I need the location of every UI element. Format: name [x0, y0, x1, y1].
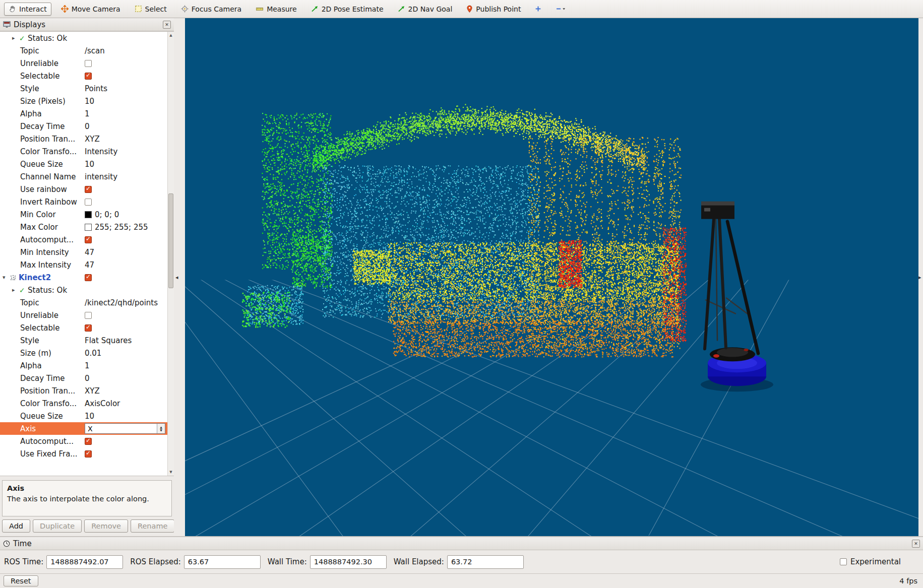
property-row-invert-rainbow[interactable]: Invert Rainbow [0, 195, 167, 208]
checkbox-autocomput[interactable] [85, 236, 92, 243]
scroll-up-button[interactable]: ▲ [168, 32, 174, 39]
property-row-use-fixed-fra[interactable]: Use Fixed Fra... [0, 447, 167, 460]
time-field-input-ros-elapsed[interactable]: 63.67 [184, 555, 261, 569]
collapse-right-icon[interactable]: ▸ [918, 274, 921, 281]
time-field-input-wall-elapsed[interactable]: 63.72 [447, 555, 524, 569]
property-label-text: Autocomput... [20, 437, 74, 446]
property-row-selectable[interactable]: Selectable [0, 321, 167, 334]
property-row-status-ok[interactable]: ▸✓Status: Ok [0, 284, 167, 296]
property-value-text: intensity [85, 172, 117, 181]
property-row-style[interactable]: StyleFlat Squares [0, 334, 167, 347]
tool-move-camera[interactable]: Move Camera [56, 3, 125, 16]
experimental-checkbox[interactable] [840, 558, 847, 565]
checkbox-autocomput[interactable] [85, 438, 92, 445]
property-row-status-ok[interactable]: ▸✓Status: Ok [0, 32, 167, 44]
color-swatch[interactable] [85, 224, 92, 231]
spinner-arrows-icon[interactable]: ▲▼ [157, 424, 165, 433]
property-row-min-intensity[interactable]: Min Intensity47 [0, 246, 167, 258]
collapse-left-icon[interactable]: ◂ [175, 274, 178, 281]
property-value-text: /kinect2/qhd/points [85, 298, 158, 307]
experimental-checkbox-group[interactable]: Experimental [840, 557, 901, 566]
panel-splitter[interactable]: ◂ [174, 18, 185, 536]
property-label-text: Queue Size [20, 412, 63, 421]
remove-button[interactable]: Remove [84, 519, 128, 533]
scrollbar-thumb[interactable] [168, 193, 173, 288]
checkbox-selectable[interactable] [85, 73, 92, 80]
property-row-position-tran[interactable]: Position Tran...XYZ [0, 384, 167, 397]
property-value-text: XYZ [85, 386, 100, 396]
add-button[interactable]: Add [2, 519, 30, 533]
checkbox-kinect2[interactable] [85, 274, 92, 281]
time-field-wall-elapsed: Wall Elapsed:63.72 [394, 555, 524, 569]
property-label-text: Unreliable [20, 59, 58, 68]
property-row-channel-name[interactable]: Channel Nameintensity [0, 170, 167, 183]
property-row-topic[interactable]: Topic/scan [0, 44, 167, 57]
tool-focus-camera[interactable]: Focus Camera [176, 3, 246, 16]
time-field-input-wall-time[interactable]: 1488887492.30 [310, 555, 387, 569]
color-swatch[interactable] [85, 211, 92, 218]
property-row-size-pixels[interactable]: Size (Pixels)10 [0, 95, 167, 107]
property-row-decay-time[interactable]: Decay Time0 [0, 372, 167, 384]
expander-open-icon[interactable]: ▾ [3, 274, 10, 281]
checkbox-unreliable[interactable] [85, 312, 92, 319]
property-row-position-tran[interactable]: Position Tran...XYZ [0, 133, 167, 145]
tool-add-tool[interactable] [530, 3, 546, 15]
property-row-kinect2[interactable]: ▾Kinect2 [0, 271, 167, 284]
right-panel-splitter[interactable]: ▸ [918, 18, 923, 536]
property-row-topic[interactable]: Topic/kinect2/qhd/points [0, 296, 167, 309]
property-row-selectable[interactable]: Selectable [0, 70, 167, 82]
property-row-max-color[interactable]: Max Color255; 255; 255 [0, 221, 167, 233]
property-row-min-color[interactable]: Min Color0; 0; 0 [0, 208, 167, 221]
time-field-label: ROS Time: [4, 557, 43, 566]
property-row-max-intensity[interactable]: Max Intensity47 [0, 258, 167, 271]
checkbox-invert-rainbow[interactable] [85, 199, 92, 206]
tool-2d-pose-estimate[interactable]: 2D Pose Estimate [306, 3, 388, 16]
checkbox-use-fixed-fra[interactable] [85, 450, 92, 458]
property-value-text: 255; 255; 255 [95, 223, 148, 232]
viewport-canvas[interactable] [185, 18, 918, 536]
rename-button[interactable]: Rename [131, 519, 174, 533]
property-row-color-transfo[interactable]: Color Transfo...Intensity [0, 145, 167, 158]
displays-scrollbar[interactable]: ▲ ▼ [167, 32, 174, 476]
reset-button[interactable]: Reset [4, 575, 38, 586]
displays-panel-close-button[interactable]: ✕ [163, 21, 171, 29]
tool-interact[interactable]: Interact [4, 3, 51, 16]
duplicate-button[interactable]: Duplicate [33, 519, 82, 533]
checkbox-selectable[interactable] [85, 324, 92, 332]
property-row-queue-size[interactable]: Queue Size10 [0, 158, 167, 170]
tool-2d-nav-goal[interactable]: 2D Nav Goal [393, 3, 457, 16]
property-row-alpha[interactable]: Alpha1 [0, 359, 167, 372]
axis-value-spinbox[interactable]: X▲▼ [85, 423, 165, 434]
property-label-text: Selectable [20, 323, 59, 333]
property-row-size-m[interactable]: Size (m)0.01 [0, 347, 167, 359]
3d-viewport[interactable] [185, 18, 918, 536]
time-field-value: 63.67 [188, 558, 209, 566]
time-panel-title: Time [13, 539, 32, 548]
property-row-decay-time[interactable]: Decay Time0 [0, 120, 167, 133]
property-row-queue-size[interactable]: Queue Size10 [0, 410, 167, 422]
time-field-input-ros-time[interactable]: 1488887492.07 [46, 555, 123, 569]
tool-remove-tool[interactable] [551, 3, 571, 15]
property-row-style[interactable]: StylePoints [0, 82, 167, 95]
property-label-text: Selectable [20, 72, 59, 81]
tool-publish-point[interactable]: Publish Point [462, 3, 525, 16]
checkbox-unreliable[interactable] [85, 60, 92, 67]
checkbox-use-rainbow[interactable] [85, 186, 92, 193]
property-row-autocomput[interactable]: Autocomput... [0, 233, 167, 246]
tool-measure[interactable]: Measure [251, 3, 301, 16]
expander-closed-icon[interactable]: ▸ [12, 287, 19, 293]
property-label-text: Color Transfo... [20, 147, 77, 156]
property-row-color-transfo[interactable]: Color Transfo...AxisColor [0, 397, 167, 410]
fps-counter: 4 fps [899, 577, 919, 585]
property-row-unreliable[interactable]: Unreliable [0, 57, 167, 70]
scroll-down-button[interactable]: ▼ [168, 469, 174, 476]
tool-select[interactable]: Select [130, 3, 171, 16]
property-row-alpha[interactable]: Alpha1 [0, 107, 167, 120]
property-row-use-rainbow[interactable]: Use rainbow [0, 183, 167, 195]
time-panel-close-button[interactable]: ✕ [912, 540, 920, 548]
property-row-autocomput[interactable]: Autocomput... [0, 435, 167, 447]
property-row-unreliable[interactable]: Unreliable [0, 309, 167, 321]
expander-closed-icon[interactable]: ▸ [12, 35, 19, 41]
property-row-axis[interactable]: AxisX▲▼ [0, 422, 167, 435]
scrollbar-track[interactable] [168, 39, 174, 469]
